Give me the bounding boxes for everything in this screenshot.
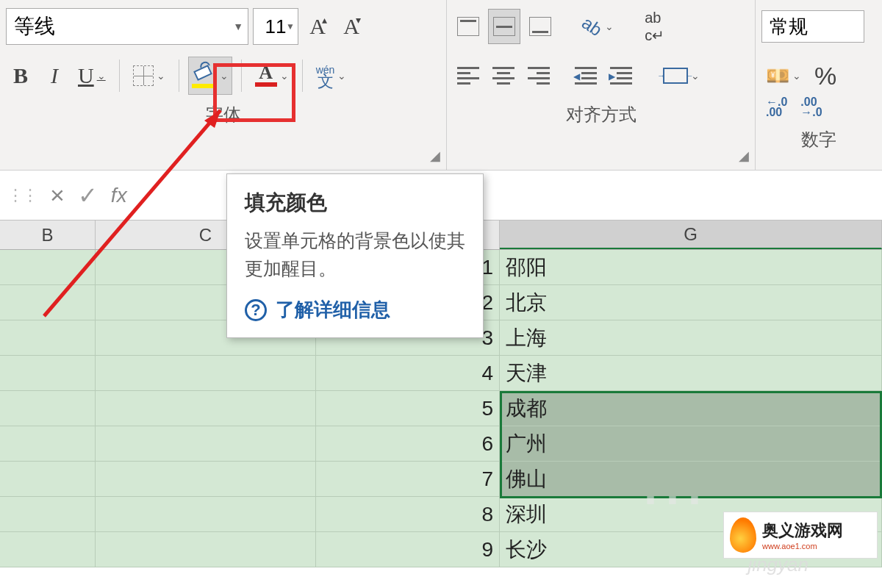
confirm-icon[interactable]: ✓ [78,182,98,209]
merge-icon [663,68,688,84]
align-top-button[interactable] [453,9,484,44]
cell[interactable]: 9 [316,532,500,567]
decrease-indent-icon [575,67,597,85]
cell[interactable] [96,532,316,567]
cell[interactable]: 5 [316,391,500,426]
cell[interactable] [96,497,316,532]
cell[interactable]: 7 [316,462,500,497]
font-color-button[interactable]: A ⌄ [251,58,293,93]
font-name-value: 等线 [14,12,55,40]
decrease-font-button[interactable]: A [337,9,366,44]
cell[interactable]: 6 [316,426,500,462]
align-center-button[interactable] [488,58,519,93]
cancel-icon[interactable]: × [50,181,65,209]
separator [241,60,242,92]
help-icon: ? [245,299,267,321]
drag-handle-icon[interactable]: ⋮⋮ [7,186,37,205]
decrease-indent-button[interactable] [570,58,601,93]
col-header[interactable]: G [500,220,882,249]
cell[interactable]: 北京 [500,285,882,320]
decrease-font-icon: A [343,14,359,39]
orientation-button[interactable]: ab⌄ [578,9,618,44]
group-number: 常规 💴⌄ % ←.0 .00 .00 →.0 数字 [756,0,882,170]
align-right-button[interactable] [523,58,554,93]
align-bottom-icon [529,17,551,36]
cell[interactable] [0,356,96,391]
borders-button[interactable]: ⌄ [129,58,170,93]
cell[interactable]: 广州 [500,426,882,462]
tooltip-title: 填充颜色 [245,189,465,217]
fx-icon[interactable]: fx [111,184,127,207]
cell[interactable] [96,356,316,391]
chevron-down-icon: ⌄ [605,21,614,32]
increase-indent-icon [610,67,632,85]
number-format-select[interactable]: 常规 [761,10,864,43]
chevron-down-icon: ⌄ [220,70,229,82]
cell[interactable] [96,462,316,497]
tooltip-more-label: 了解详细信息 [276,297,390,323]
font-color-icon: A [255,63,277,88]
bold-button[interactable]: B [6,58,35,93]
accounting-format-button[interactable]: 💴⌄ [761,58,806,93]
chevron-down-icon: ⌄ [157,70,165,82]
align-left-button[interactable] [453,58,484,93]
align-middle-button[interactable] [488,9,520,44]
cell[interactable] [0,462,96,497]
dialog-launcher-alignment[interactable]: ◢ [739,148,749,164]
italic-button[interactable]: I [40,58,69,93]
font-size-select[interactable]: 11 ▼ [253,8,298,45]
cell[interactable]: 8 [316,497,500,532]
cell[interactable] [0,391,96,426]
cell[interactable]: 天津 [500,356,882,391]
underline-button[interactable]: U⌄ [74,58,110,93]
chevron-down-icon: ⌄ [337,70,346,82]
cell[interactable]: 邵阳 [500,250,882,285]
watermark-paw: ⋯ [639,459,706,537]
wrap-text-button[interactable]: abc↵ [640,9,670,44]
cell[interactable]: 成都 [500,391,882,426]
phonetic-icon: wén文 [316,64,335,87]
cell[interactable] [0,250,96,285]
chevron-down-icon: ▼ [286,21,295,32]
table-row: 5成都 [0,391,882,426]
cell[interactable] [0,320,96,356]
group-label-number: 数字 [761,122,876,156]
separator [119,60,120,92]
increase-indent-button[interactable] [606,58,637,93]
cell[interactable] [0,285,96,320]
align-bottom-button[interactable] [525,9,556,44]
decrease-decimal-button[interactable]: .00 →.0 [796,90,826,125]
tooltip-desc: 设置单元格的背景色以使其更加醒目。 [245,227,465,282]
tooltip-more-link[interactable]: ? 了解详细信息 [245,297,465,323]
increase-decimal-button[interactable]: ←.0 .00 [761,90,792,125]
font-name-select[interactable]: 等线 ▼ [6,8,248,45]
cell[interactable] [0,426,96,462]
align-left-icon [457,67,479,85]
increase-font-button[interactable]: A [303,9,332,44]
money-icon: 💴 [766,65,789,87]
watermark-logo: 奥义游戏网 www.aoe1.com [723,512,878,559]
col-header[interactable]: B [0,220,96,249]
cell[interactable] [0,497,96,532]
table-row: 4天津 [0,356,882,391]
cell[interactable]: 4 [316,356,500,391]
font-size-value: 11 [265,15,287,38]
orientation-icon: ab [578,12,606,40]
merge-cells-button[interactable]: ⌄ [659,58,704,93]
group-font: 等线 ▼ 11 ▼ A A B I U⌄ ⌄ ⌄ A ⌄ [0,0,447,170]
align-top-icon [457,17,479,36]
phonetic-guide-button[interactable]: wén文 ⌄ [312,58,351,93]
chevron-down-icon: ⌄ [97,70,106,82]
group-label-font: 字体 [6,97,440,131]
cell[interactable]: 上海 [500,320,882,356]
dialog-launcher-font[interactable]: ◢ [430,148,440,164]
cell[interactable] [96,391,316,426]
table-row: 7佛山 [0,462,882,497]
fill-color-button[interactable]: ⌄ [188,57,232,95]
percent-format-button[interactable]: % [810,58,841,93]
chevron-down-icon: ▼ [233,21,243,32]
group-alignment: ab⌄ abc↵ ⌄ 对齐方式 ◢ [447,0,756,170]
align-middle-icon [493,17,515,36]
cell[interactable] [96,426,316,462]
cell[interactable] [0,532,96,567]
